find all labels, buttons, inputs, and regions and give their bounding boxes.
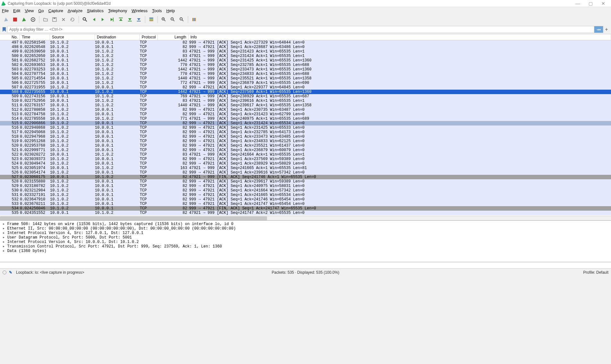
column-length[interactable]: Length: [158, 34, 188, 40]
packet-row[interactable]: 5100.02275295610.0.0.110.1.0.2TCP8347921…: [0, 99, 611, 103]
packet-row[interactable]: 5080.02273565510.0.0.110.1.0.2TCP1442479…: [0, 90, 611, 94]
packet-bytes-pane[interactable]: [0, 262, 611, 268]
packet-row[interactable]: 5300.02321298410.1.0.210.0.0.1TCP82999 →…: [0, 188, 611, 193]
packet-row[interactable]: 4980.02262054810.1.0.210.0.0.1TCP82999 →…: [0, 45, 611, 49]
packet-row[interactable]: 5230.02303937310.1.0.210.0.0.1TCP82999 →…: [0, 157, 611, 161]
packet-row[interactable]: 5280.02315588010.1.0.210.0.0.1TCP82999 →…: [0, 179, 611, 184]
svg-rect-0: [13, 18, 17, 21]
column-time[interactable]: Time: [20, 34, 50, 40]
expert-info-icon[interactable]: [3, 271, 6, 274]
minimize-button[interactable]: —: [571, 1, 584, 6]
status-profile[interactable]: Profile: Default: [583, 270, 608, 275]
packet-row[interactable]: 5270.02306017510.0.0.110.1.0.2TCP8247921…: [0, 175, 611, 179]
capture-file-icon[interactable]: ✎: [9, 270, 13, 275]
packet-row[interactable]: 4990.02263905010.0.0.110.1.0.2TCP8347921…: [0, 49, 611, 54]
packet-row[interactable]: 5290.02318078210.1.0.210.0.0.1TCP82999 →…: [0, 184, 611, 188]
reload-button[interactable]: [68, 15, 77, 24]
detail-line[interactable]: Data (1360 bytes): [3, 249, 608, 253]
go-back-button[interactable]: [90, 15, 98, 24]
packet-row[interactable]: 5070.02273195510.1.0.210.0.0.1TCP82999 →…: [0, 85, 611, 90]
colorize-button[interactable]: [147, 15, 155, 24]
goto-first-button[interactable]: [117, 15, 125, 24]
packet-row[interactable]: 5160.02294086810.1.0.210.0.0.1TCP82999 →…: [0, 125, 611, 130]
packet-row[interactable]: 5140.02278555810.0.0.110.1.0.2TCP7714792…: [0, 117, 611, 121]
save-file-button[interactable]: [50, 15, 59, 24]
packet-row[interactable]: 5110.02276315710.0.0.110.1.0.2TCP1440479…: [0, 103, 611, 108]
go-forward-button[interactable]: [99, 15, 107, 24]
menu-tools[interactable]: Tools: [152, 8, 162, 13]
column-no[interactable]: No.: [0, 34, 20, 40]
packet-row[interactable]: 5220.02302027210.0.0.110.1.0.2TCP8347921…: [0, 152, 611, 157]
detail-line[interactable]: Frame 508: 1442 bytes on wire (11536 bit…: [3, 222, 608, 226]
packet-row[interactable]: 5000.02265205010.0.0.110.1.0.2TCP8347921…: [0, 54, 611, 58]
close-file-button[interactable]: [59, 15, 68, 24]
packet-row[interactable]: 5340.02425604610.1.0.210.0.0.1TCP82999 →…: [0, 206, 611, 211]
packet-row[interactable]: 5240.02304947410.1.0.210.0.0.1TCP82999 →…: [0, 161, 611, 166]
packet-row[interactable]: 5180.02294796810.1.0.210.0.0.1TCP82999 →…: [0, 134, 611, 139]
packet-row[interactable]: 5210.02299977110.1.0.210.0.0.1TCP82999 →…: [0, 148, 611, 152]
packet-row[interactable]: 5310.02332719110.1.0.210.0.0.1TCP82999 →…: [0, 193, 611, 197]
packet-row[interactable]: 5200.02295376810.1.0.210.0.0.1TCP82999 →…: [0, 143, 611, 148]
goto-packet-button[interactable]: [108, 15, 116, 24]
zoom-out-button[interactable]: [169, 15, 177, 24]
capture-options-button[interactable]: [29, 15, 37, 24]
restart-capture-button[interactable]: [20, 15, 28, 24]
packet-row[interactable]: 5010.02268275210.0.0.110.1.0.2TCP1442479…: [0, 58, 611, 63]
packet-row[interactable]: 5090.02274315610.0.0.110.1.0.2TCP7694792…: [0, 94, 611, 99]
auto-scroll-button[interactable]: [135, 15, 143, 24]
packet-row[interactable]: 5120.02278085810.1.0.210.0.0.1TCP82999 →…: [0, 108, 611, 112]
maximize-button[interactable]: ▢: [584, 1, 597, 6]
bookmark-icon[interactable]: [1, 26, 7, 33]
packet-row[interactable]: 5170.02294506810.1.0.210.0.0.1TCP82999 →…: [0, 130, 611, 134]
packet-list[interactable]: 4970.02258154610.1.0.210.0.0.1TCP82999 →…: [0, 40, 611, 216]
goto-last-button[interactable]: [126, 15, 134, 24]
packet-row[interactable]: 5030.02270325310.0.0.110.1.0.2TCP1442479…: [0, 67, 611, 72]
menu-statistics[interactable]: Statistics: [87, 8, 104, 13]
filter-add-button[interactable]: +: [603, 27, 610, 32]
start-capture-button[interactable]: [2, 15, 10, 24]
packet-row[interactable]: 5190.02295126810.1.0.210.0.0.1TCP82999 →…: [0, 139, 611, 143]
filter-apply-button[interactable]: ➔▾: [594, 26, 603, 33]
stop-capture-button[interactable]: [11, 15, 19, 24]
menu-file[interactable]: File: [2, 8, 9, 13]
packet-row[interactable]: 4970.02258154610.1.0.210.0.0.1TCP82999 →…: [0, 40, 611, 45]
packet-row[interactable]: 5040.02270775410.0.0.110.1.0.2TCP7704792…: [0, 72, 611, 76]
detail-line[interactable]: Internet Protocol Version 4, Src: 10.0.0…: [3, 240, 608, 244]
menu-capture[interactable]: Capture: [48, 8, 63, 13]
packet-row[interactable]: 5060.02272575510.0.0.110.1.0.2TCP7724792…: [0, 81, 611, 85]
resize-columns-button[interactable]: [190, 15, 198, 24]
packet-row[interactable]: 5260.02305417410.1.0.210.0.0.1TCP82999 →…: [0, 170, 611, 175]
zoom-in-button[interactable]: [160, 15, 168, 24]
open-file-button[interactable]: [41, 15, 50, 24]
menu-go[interactable]: Go: [38, 8, 44, 13]
detail-line[interactable]: Ethernet II, Src: 00:00:00_00:00:00 (00:…: [3, 226, 608, 231]
packet-row[interactable]: 5150.02290686610.1.0.210.0.0.1TCP82999 →…: [0, 121, 611, 125]
packet-row[interactable]: 5020.02269365310.0.0.110.1.0.2TCP7704792…: [0, 63, 611, 67]
horizontal-scrollbar[interactable]: [0, 216, 611, 220]
detail-line[interactable]: User Datagram Protocol, Src Port: 5000, …: [3, 235, 608, 240]
column-source[interactable]: Source: [50, 34, 95, 40]
packet-row[interactable]: 5130.02278475810.1.0.210.0.0.1TCP82999 →…: [0, 112, 611, 117]
column-proto[interactable]: Protocol: [140, 34, 158, 40]
menu-analyze[interactable]: Analyze: [68, 8, 82, 13]
column-dest[interactable]: Destination: [95, 34, 140, 40]
menu-telephony[interactable]: Telephony: [108, 8, 127, 13]
zoom-reset-button[interactable]: 1: [178, 15, 186, 24]
menu-help[interactable]: Help: [166, 8, 175, 13]
packet-row[interactable]: 5330.02367021110.1.0.210.0.0.1TCP82999 →…: [0, 202, 611, 206]
detail-line[interactable]: Internet Protocol Version 4, Src: 127.0.…: [3, 231, 608, 235]
detail-line[interactable]: Transmission Control Protocol, Src Port:…: [3, 244, 608, 249]
packet-row[interactable]: 5250.02305197410.0.0.110.1.0.2TCP1634792…: [0, 166, 611, 170]
display-filter-input[interactable]: [7, 26, 594, 33]
packet-row[interactable]: 5050.02271455410.0.0.110.1.0.2TCP1440479…: [0, 76, 611, 81]
packet-row[interactable]: 5350.02435155210.0.0.110.1.0.2TCP8247921…: [0, 211, 611, 215]
close-button[interactable]: ✕: [597, 1, 610, 6]
find-packet-button[interactable]: [81, 15, 89, 24]
menu-wireless[interactable]: Wireless: [132, 8, 148, 13]
packet-details-pane[interactable]: Frame 508: 1442 bytes on wire (11536 bit…: [0, 220, 611, 262]
menu-view[interactable]: View: [25, 8, 34, 13]
column-info[interactable]: Info: [188, 34, 611, 40]
svg-point-5: [83, 18, 86, 20]
menu-edit[interactable]: Edit: [13, 8, 20, 13]
packet-row[interactable]: 5320.02364791010.1.0.210.0.0.1TCP82999 →…: [0, 197, 611, 202]
